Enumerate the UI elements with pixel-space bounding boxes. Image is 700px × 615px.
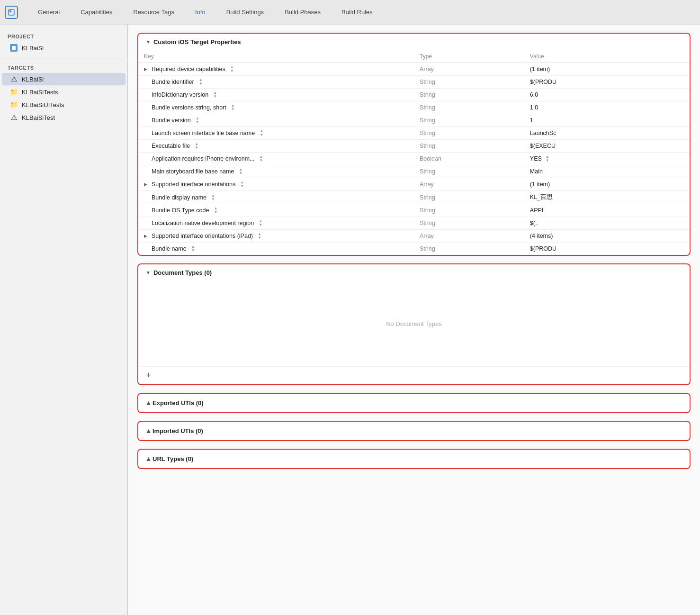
tab-resource-tags[interactable]: Resource Tags xyxy=(123,0,184,25)
table-row: Launch screen interface file base name▲▼… xyxy=(138,127,690,140)
row-expand-icon-0[interactable]: ▶ xyxy=(144,67,149,72)
row-key-text-5: Launch screen interface file base name xyxy=(152,130,255,136)
sort-arrows-0[interactable]: ▲▼ xyxy=(230,65,234,73)
row-key-5: Launch screen interface file base name▲▼ xyxy=(144,129,408,137)
row-key-1: Bundle identifier▲▼ xyxy=(144,78,408,86)
sort-arrows-8[interactable]: ▲▼ xyxy=(239,168,242,175)
row-key-12: Localization native development region▲▼ xyxy=(144,219,408,227)
document-types-title: Document Types (0) xyxy=(153,269,212,276)
sidebar-item-label-klbaisituitests: KLBaiSiUITests xyxy=(22,101,64,109)
folder-icon-tests: 📁 xyxy=(9,88,18,96)
tab-bar: General Capabilities Resource Tags Info … xyxy=(0,0,700,25)
row-key-text-2: InfoDictionary version xyxy=(152,91,208,98)
table-row: Bundle versions string, short▲▼String1.0 xyxy=(138,101,690,114)
sort-arrows-7[interactable]: ▲▼ xyxy=(259,155,263,163)
sort-arrows-4[interactable]: ▲▼ xyxy=(196,117,199,124)
row-key-text-10: Bundle display name xyxy=(152,194,206,201)
row-type-4: String xyxy=(414,114,524,127)
document-types-panel: ▼ Document Types (0) No Document Types + xyxy=(137,263,691,385)
add-document-type-button[interactable]: + xyxy=(146,371,151,380)
row-type-12: String xyxy=(414,217,524,230)
sidebar-item-klbaisitests[interactable]: 📁 KLBaiSiTests xyxy=(2,86,126,98)
table-row: Bundle identifier▲▼String$(PRODU xyxy=(138,76,690,89)
tab-general[interactable]: General xyxy=(27,0,70,25)
row-expand-icon-13[interactable]: ▶ xyxy=(144,234,149,238)
sort-arrows-5[interactable]: ▲▼ xyxy=(260,129,263,137)
svg-rect-1 xyxy=(9,10,11,12)
xcode-icon xyxy=(5,6,18,19)
sidebar-item-klbaisi[interactable]: ⚠ KLBaiSi xyxy=(2,73,126,85)
table-row: Main storyboard file base name▲▼StringMa… xyxy=(138,165,690,178)
row-value-2: 6.0 xyxy=(524,89,690,101)
row-key-10: Bundle display name▲▼ xyxy=(144,194,408,201)
project-icon xyxy=(9,44,18,52)
row-type-13: Array xyxy=(414,230,524,243)
row-key-text-3: Bundle versions string, short xyxy=(152,104,226,111)
row-key-9: ▶Supported interface orientations▲▼ xyxy=(144,181,408,188)
row-key-6: Executable file▲▼ xyxy=(144,142,408,150)
row-value-7: YES▲▼ xyxy=(524,153,690,165)
row-expand-icon-9[interactable]: ▶ xyxy=(144,182,149,187)
tab-build-phases[interactable]: Build Phases xyxy=(274,0,331,25)
imported-utis-header[interactable]: ▶ Imported UTIs (0) xyxy=(138,422,690,440)
row-type-6: String xyxy=(414,140,524,153)
row-value-9: (1 item) xyxy=(524,178,690,191)
sidebar-item-klbaisituitests[interactable]: 📁 KLBaiSiUITests xyxy=(2,99,126,111)
sort-arrows-1[interactable]: ▲▼ xyxy=(199,78,203,86)
tab-info[interactable]: Info xyxy=(185,0,216,25)
table-row: ▶Supported interface orientations▲▼Array… xyxy=(138,178,690,191)
row-key-13: ▶Supported interface orientations (iPad)… xyxy=(144,232,408,240)
row-value-6: $(EXECU xyxy=(524,140,690,153)
table-row: Bundle name▲▼String$(PRODU xyxy=(138,243,690,255)
table-row: Executable file▲▼String$(EXECU xyxy=(138,140,690,153)
document-types-triangle: ▼ xyxy=(146,270,151,275)
row-key-2: InfoDictionary version▲▼ xyxy=(144,91,408,99)
row-key-8: Main storyboard file base name▲▼ xyxy=(144,168,408,175)
table-row: Bundle display name▲▼StringKL_百思 xyxy=(138,191,690,204)
row-value-5: LaunchSc xyxy=(524,127,690,140)
sort-arrows-14[interactable]: ▲▼ xyxy=(191,245,195,253)
row-type-5: String xyxy=(414,127,524,140)
custom-ios-header[interactable]: ▼ Custom iOS Target Properties xyxy=(138,34,690,50)
sort-arrows-2[interactable]: ▲▼ xyxy=(213,91,217,99)
table-row: InfoDictionary version▲▼String6.0 xyxy=(138,89,690,101)
sidebar-item-klbaisitest[interactable]: ⚠ KLBaiSiTest xyxy=(2,111,126,124)
col-header-type: Type xyxy=(414,50,524,63)
table-row: Localization native development region▲▼… xyxy=(138,217,690,230)
exported-utis-header[interactable]: ▶ Exported UTIs (0) xyxy=(138,394,690,412)
sort-arrows-12[interactable]: ▲▼ xyxy=(259,219,262,227)
sort-arrows-6[interactable]: ▲▼ xyxy=(195,142,198,150)
tab-capabilities[interactable]: Capabilities xyxy=(70,0,123,25)
row-value-14: $(PRODU xyxy=(524,243,690,255)
row-type-11: String xyxy=(414,204,524,217)
sort-arrows-10[interactable]: ▲▼ xyxy=(211,194,215,201)
exported-utis-triangle: ▶ xyxy=(145,401,151,405)
sort-arrows-13[interactable]: ▲▼ xyxy=(258,232,261,240)
project-item-label: KLBaiSi xyxy=(22,45,44,52)
xcode-icon-wrapper xyxy=(5,6,18,19)
row-value-12: $(.. xyxy=(524,217,690,230)
main-layout: PROJECT KLBaiSi TARGETS ⚠ KLBaiSi 📁 xyxy=(0,25,700,615)
url-types-header[interactable]: ▶ URL Types (0) xyxy=(138,450,690,468)
row-value-11: APPL xyxy=(524,204,690,217)
custom-ios-panel: ▼ Custom iOS Target Properties Key Type … xyxy=(137,33,691,256)
sidebar-item-label-klbaisitests: KLBaiSiTests xyxy=(22,89,58,96)
svg-rect-2 xyxy=(12,46,16,50)
sort-arrows-9[interactable]: ▲▼ xyxy=(240,181,244,188)
row-type-3: String xyxy=(414,101,524,114)
table-row: Application requires iPhone environm...▲… xyxy=(138,153,690,165)
sort-arrows-3[interactable]: ▲▼ xyxy=(231,104,235,111)
row-type-1: String xyxy=(414,76,524,89)
tab-build-settings[interactable]: Build Settings xyxy=(216,0,275,25)
url-types-title: URL Types (0) xyxy=(153,455,193,462)
row-type-8: String xyxy=(414,165,524,178)
tab-build-rules[interactable]: Build Rules xyxy=(331,0,383,25)
document-types-header[interactable]: ▼ Document Types (0) xyxy=(138,264,690,281)
sidebar-item-project[interactable]: KLBaiSi xyxy=(2,42,126,54)
row-key-11: Bundle OS Type code▲▼ xyxy=(144,207,408,214)
bool-arrows-7[interactable]: ▲▼ xyxy=(546,155,549,163)
row-type-0: Array xyxy=(414,63,524,76)
col-header-value: Value xyxy=(524,50,690,63)
sort-arrows-11[interactable]: ▲▼ xyxy=(214,207,217,214)
target-icon-klbaisi: ⚠ xyxy=(9,75,18,83)
